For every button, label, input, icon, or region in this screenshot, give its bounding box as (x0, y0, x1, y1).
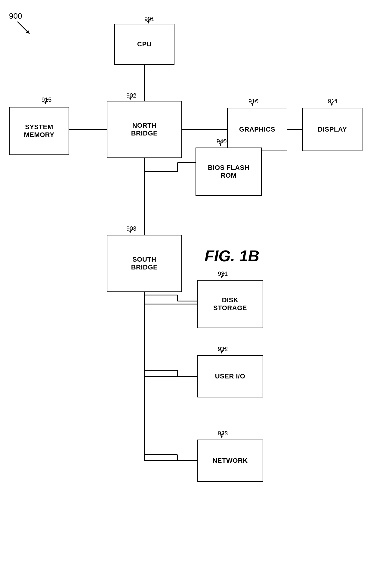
bios-ref-arrow (219, 139, 231, 148)
graphics-ref-arrow (251, 99, 263, 108)
svg-marker-29 (129, 231, 131, 233)
north-bridge-label: NORTH BRIDGE (131, 122, 158, 137)
disk-ref-arrow (220, 272, 232, 281)
system-memory-label: SYSTEM MEMORY (24, 123, 54, 139)
svg-marker-31 (220, 351, 223, 353)
svg-marker-32 (220, 435, 223, 438)
svg-marker-28 (219, 143, 222, 146)
diagram-container: 900 CPU 901 NORTH BRIDGE 902 SYSTEM MEMO… (0, 0, 373, 588)
disk-storage-label: DISK STORAGE (213, 296, 247, 312)
display-label: DISPLAY (318, 126, 347, 133)
cpu-box: CPU (114, 24, 174, 65)
user-io-box: USER I/O (197, 355, 263, 397)
bios-label: BIOS FLASH ROM (208, 164, 249, 179)
svg-marker-27 (331, 103, 333, 106)
svg-marker-30 (220, 276, 223, 278)
user-io-label: USER I/O (215, 372, 245, 380)
network-label: NETWORK (212, 457, 248, 465)
network-box: NETWORK (197, 440, 263, 482)
north-bridge-box: NORTH BRIDGE (107, 101, 182, 158)
display-box: DISPLAY (302, 108, 362, 151)
svg-marker-25 (44, 102, 47, 104)
svg-marker-23 (147, 21, 150, 23)
graphics-box: GRAPHICS (227, 108, 287, 151)
figure-label: FIG. 1B (205, 247, 259, 265)
network-ref-arrow (220, 431, 232, 440)
display-ref-arrow (330, 99, 342, 108)
svg-marker-24 (129, 98, 131, 100)
north-bridge-ref-arrow (129, 93, 141, 102)
user-io-ref-arrow (220, 347, 232, 356)
diagram-arrow (14, 19, 32, 37)
south-bridge-label: SOUTH BRIDGE (131, 256, 158, 271)
graphics-label: GRAPHICS (239, 126, 275, 133)
south-bridge-lines (0, 0, 373, 588)
south-bridge-box: SOUTH BRIDGE (107, 235, 182, 292)
connection-lines (0, 0, 373, 588)
svg-marker-26 (251, 103, 254, 106)
system-memory-ref-arrow (44, 98, 56, 107)
disk-storage-box: DISK STORAGE (197, 280, 263, 328)
cpu-ref-arrow (147, 17, 159, 26)
system-memory-box: SYSTEM MEMORY (9, 107, 69, 155)
cpu-label: CPU (137, 40, 152, 48)
south-bridge-ref-arrow (129, 226, 141, 235)
bios-flash-rom-box: BIOS FLASH ROM (196, 148, 262, 196)
